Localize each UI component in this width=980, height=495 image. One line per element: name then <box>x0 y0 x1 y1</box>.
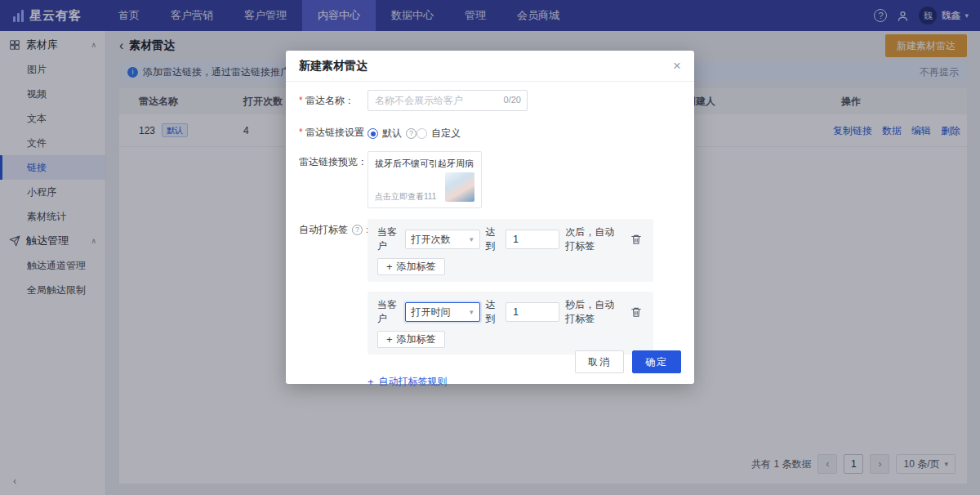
radio-dot <box>416 128 427 139</box>
threshold-input[interactable] <box>506 302 559 322</box>
add-tag-label: 添加标签 <box>397 260 436 274</box>
field-auto-tag: 自动打标签 ? ： 当客户 打开次数 ▾ <box>299 219 681 355</box>
radio-custom[interactable]: 自定义 <box>416 127 461 140</box>
auto-tag-label: 自动打标签 <box>299 224 348 237</box>
metric-value: 打开次数 <box>412 233 451 247</box>
rule-prefix: 当客户 <box>377 225 399 253</box>
modal-header: 新建素材雷达 × <box>286 51 694 82</box>
metric-select[interactable]: 打开次数 ▾ <box>405 230 480 249</box>
delete-rule-button[interactable] <box>629 232 644 247</box>
create-radar-modal: 新建素材雷达 × 雷达名称： 0/20 雷达链接设置： <box>286 51 694 384</box>
preview-description: 点击立即查看111 <box>375 191 445 202</box>
add-tag-button[interactable]: + 添加标签 <box>377 258 445 275</box>
rule-reach: 达到 <box>486 225 501 253</box>
threshold-input[interactable] <box>506 230 559 249</box>
rule-suffix: 秒后，自动打标签 <box>565 298 623 326</box>
radio-dot <box>368 128 378 139</box>
radar-name-label: 雷达名称： <box>299 95 354 108</box>
auto-tag-rule: 当客户 打开次数 ▾ 达到 次后，自动打标签 <box>368 219 653 282</box>
rule-suffix: 次后，自动打标签 <box>565 225 623 253</box>
rule-reach: 达到 <box>486 298 501 326</box>
link-setting-label: 雷达链接设置： <box>299 127 374 140</box>
modal-footer: 取消 确定 <box>286 340 694 384</box>
link-preview-card: 拔牙后不镶可引起牙周病 点击立即查看111 <box>368 151 482 208</box>
delete-rule-button[interactable] <box>629 305 644 319</box>
trash-icon <box>630 234 642 245</box>
radio-custom-label: 自定义 <box>431 127 461 140</box>
confirm-button[interactable]: 确定 <box>632 350 681 373</box>
chevron-down-icon: ▾ <box>470 235 474 243</box>
metric-select[interactable]: 打开时间 ▾ <box>405 302 480 322</box>
rule-prefix: 当客户 <box>377 298 399 326</box>
info-icon[interactable]: ? <box>406 128 416 139</box>
close-icon[interactable]: × <box>673 59 681 73</box>
info-icon[interactable]: ? <box>352 225 363 235</box>
auto-tag-rules: 当客户 打开次数 ▾ 达到 次后，自动打标签 <box>368 219 681 355</box>
radio-default[interactable]: 默认 <box>368 127 402 140</box>
field-radar-name: 雷达名称： 0/20 <box>299 90 681 111</box>
chevron-down-icon: ▾ <box>470 308 474 316</box>
cancel-button[interactable]: 取消 <box>575 350 624 373</box>
field-link-preview: 雷达链接预览： 拔牙后不镶可引起牙周病 点击立即查看111 <box>299 151 681 208</box>
radio-default-label: 默认 <box>382 127 402 140</box>
metric-value: 打开时间 <box>412 305 451 319</box>
plus-icon: + <box>386 261 393 272</box>
modal-title: 新建素材雷达 <box>299 59 368 74</box>
char-counter: 0/20 <box>504 95 521 105</box>
trash-icon <box>630 306 642 318</box>
link-preview-label: 雷达链接预览： <box>299 156 368 169</box>
app-root: 星云有客 首页 客户营销 客户管理 内容中心 数据中心 管理 会员商城 ? 魏 … <box>0 0 980 495</box>
preview-image <box>445 172 474 202</box>
field-link-setting: 雷达链接设置： 默认 ? 自定义 <box>299 122 681 140</box>
preview-title: 拔牙后不镶可引起牙周病 <box>375 158 474 169</box>
